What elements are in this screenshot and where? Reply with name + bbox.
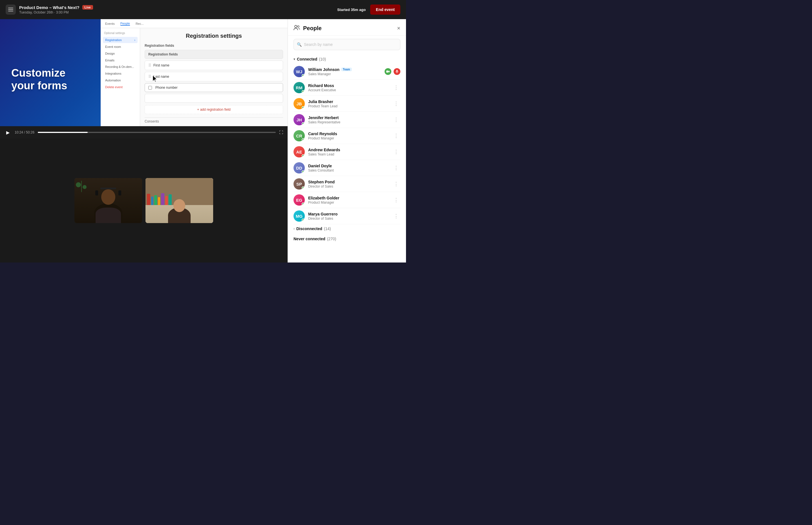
video-progress-bar[interactable]: [38, 132, 276, 133]
close-people-panel-button[interactable]: ×: [397, 25, 400, 32]
video-overlay-text: Customize your forms: [11, 67, 67, 92]
connected-section-header[interactable]: ▾ Connected (10): [293, 54, 400, 64]
status-indicator-richard: [302, 90, 304, 93]
person-item-julia-brasher: JB Julia Brasher Product Team Lead ⋮: [293, 96, 400, 112]
person-role-richard: Account Executive: [308, 88, 389, 92]
person-info-julia: Julia Brasher Product Team Lead: [308, 100, 389, 108]
fullscreen-button[interactable]: ⛶: [279, 130, 283, 135]
person-role-daniel: Sales Consultant: [308, 168, 389, 172]
top-bar-right: Started 35m ago End event: [337, 4, 400, 15]
disconnected-label: Disconnected: [296, 226, 322, 231]
person-name-carol: Carol Reynolds: [308, 132, 389, 136]
top-bar-left: Product Demo – What's Next? Live Tuesday…: [6, 4, 93, 15]
more-button-jennifer[interactable]: ⋮: [392, 116, 400, 123]
overlay-line2: your forms: [11, 79, 67, 92]
person-name-andrew: Andrew Edwards: [308, 148, 389, 152]
people-search: 🔍: [288, 35, 406, 54]
people-icon: [293, 25, 300, 32]
more-button-stephen[interactable]: ⋮: [392, 180, 400, 188]
search-input[interactable]: [293, 39, 400, 50]
avatar-andrew-edwards: AE: [293, 146, 305, 158]
drag-handle-firstname: ⠿: [148, 63, 151, 68]
person-name-william: William Johnson Team: [308, 67, 381, 72]
sidebar-item-registration[interactable]: Registration ›: [103, 37, 137, 43]
never-connected-label: Never connected: [293, 237, 325, 241]
camera-icon-william: [385, 68, 391, 75]
sidebar-item-design[interactable]: Design: [103, 50, 137, 57]
person-item-stephen-pond: SP Stephen Pond Director of Sales ⋮: [293, 176, 400, 192]
sidebar-item-integrations[interactable]: Integrations: [103, 71, 137, 77]
consents-label: Consents: [145, 118, 283, 125]
status-indicator-jennifer: [302, 122, 304, 125]
svg-rect-2: [8, 11, 13, 12]
add-registration-field-button[interactable]: + add registration field: [145, 105, 283, 114]
person-role-carol: Product Manager: [308, 136, 389, 140]
status-indicator-stephen: [302, 186, 304, 189]
status-indicator-elizabeth: [302, 202, 304, 205]
reg-field-lastname[interactable]: ⠿ Last name: [145, 72, 283, 81]
status-indicator-julia: [302, 106, 304, 109]
screen-page-title: Registration settings: [145, 33, 283, 39]
video-controls-bar: ▶ 10:24 / 50:26 ⛶: [0, 126, 288, 138]
menu-button[interactable]: [6, 4, 16, 15]
screen-tab-people[interactable]: People: [120, 22, 130, 26]
disconnected-arrow-icon: ›: [293, 227, 295, 231]
person-item-marya-guerrero: MG Marya Guerrero Director of Sales ⋮: [293, 208, 400, 224]
more-button-elizabeth[interactable]: ⋮: [392, 196, 400, 204]
svg-point-8: [295, 25, 297, 28]
reg-field-phone[interactable]: Phone number: [145, 83, 283, 92]
person-name-julia: Julia Brasher: [308, 100, 389, 104]
end-event-button[interactable]: End event: [370, 4, 400, 15]
started-text: Started 35m ago: [337, 7, 366, 12]
sidebar-item-event-room[interactable]: Event room: [103, 44, 137, 50]
event-info: Product Demo – What's Next? Live Tuesday…: [19, 5, 93, 14]
person-info-richard: Richard Moss Account Executive: [308, 84, 389, 92]
status-indicator-carol: [302, 138, 304, 141]
never-connected-section-header[interactable]: Never connected (270): [293, 233, 400, 243]
sidebar-item-recording[interactable]: Recording & On-dem...: [103, 64, 137, 70]
connected-count: (10): [319, 57, 326, 61]
reg-fields-section-title: Registration fields: [145, 44, 283, 48]
more-button-daniel[interactable]: ⋮: [392, 164, 400, 171]
more-button-marya[interactable]: ⋮: [392, 212, 400, 220]
phone-checkbox[interactable]: [148, 86, 152, 90]
screen-main-panel: Registration settings Registration field…: [140, 28, 288, 126]
sidebar-item-automation[interactable]: Automation: [103, 77, 137, 84]
screen-tab-events[interactable]: Events: [105, 22, 115, 25]
person-role-william: Sales Manager: [308, 72, 381, 76]
top-bar: Product Demo – What's Next? Live Tuesday…: [0, 0, 406, 19]
connected-arrow-icon: ▾: [293, 57, 295, 61]
never-connected-count: (270): [327, 237, 336, 241]
main-content: Customize your forms M: [0, 19, 406, 262]
svg-rect-10: [386, 71, 389, 73]
sidebar-item-delete-event[interactable]: Delete event: [103, 84, 137, 90]
event-title: Product Demo – What's Next?: [19, 5, 79, 10]
play-button[interactable]: ▶: [4, 129, 11, 136]
more-button-richard[interactable]: ⋮: [392, 84, 400, 91]
people-title-text: People: [303, 25, 322, 32]
screen-left-sidebar: Optional settings Registration › Event r…: [101, 28, 140, 126]
more-button-andrew[interactable]: ⋮: [392, 148, 400, 155]
event-subtitle: Tuesday, October 26th · 3:00 PM: [19, 11, 93, 14]
search-input-wrap: 🔍: [293, 39, 400, 50]
reg-field-firstname[interactable]: ⠿ First name: [145, 61, 283, 70]
svg-rect-0: [8, 7, 13, 9]
screen-top-nav: Events People Rec...: [101, 19, 288, 28]
main-video: Customize your forms M: [0, 19, 288, 126]
person-item-daniel-doyle: DD Daniel Doyle Sales Consultant ⋮: [293, 160, 400, 176]
avatar-daniel-doyle: DD: [293, 162, 305, 174]
person-info-carol: Carol Reynolds Product Manager: [308, 132, 389, 140]
participants-row: [0, 138, 288, 262]
video-area: Customize your forms M: [0, 19, 288, 262]
screen-tab-rec[interactable]: Rec...: [135, 22, 144, 25]
svg-point-9: [298, 26, 299, 27]
sidebar-item-emails[interactable]: Emails: [103, 57, 137, 63]
more-button-julia[interactable]: ⋮: [392, 100, 400, 107]
disconnected-section-header[interactable]: › Disconnected (14): [293, 224, 400, 233]
avatar-carol-reynolds: CR: [293, 130, 305, 141]
person-info-daniel: Daniel Doyle Sales Consultant: [308, 164, 389, 172]
avatar-elizabeth-golder: EG: [293, 194, 305, 206]
reg-field-empty[interactable]: [145, 94, 283, 103]
person-role-marya: Director of Sales: [308, 216, 389, 221]
more-button-carol[interactable]: ⋮: [392, 132, 400, 139]
